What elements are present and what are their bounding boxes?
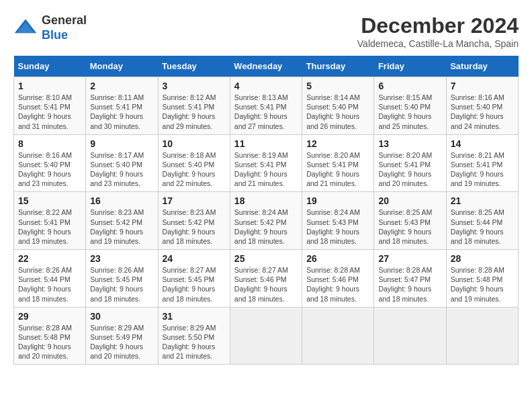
day-number: 20 — [378, 195, 441, 206]
day-number: 29 — [18, 311, 81, 322]
day-number: 21 — [451, 195, 514, 206]
cell-info: Sunrise: 8:26 AM Sunset: 5:45 PM Dayligh… — [90, 265, 153, 304]
calendar-cell: 11 Sunrise: 8:19 AM Sunset: 5:41 PM Dayl… — [230, 134, 302, 192]
day-number: 25 — [234, 253, 298, 264]
cell-info: Sunrise: 8:20 AM Sunset: 5:41 PM Dayligh… — [306, 150, 369, 189]
calendar-cell — [446, 307, 518, 365]
week-row-1: 1 Sunrise: 8:10 AM Sunset: 5:41 PM Dayli… — [14, 77, 519, 135]
cell-info: Sunrise: 8:29 AM Sunset: 5:49 PM Dayligh… — [90, 323, 153, 361]
day-number: 6 — [378, 81, 441, 91]
cell-info: Sunrise: 8:16 AM Sunset: 5:40 PM Dayligh… — [451, 93, 514, 131]
calendar-cell: 23 Sunrise: 8:26 AM Sunset: 5:45 PM Dayl… — [86, 250, 158, 308]
calendar-cell: 19 Sunrise: 8:24 AM Sunset: 5:43 PM Dayl… — [302, 192, 374, 250]
calendar-cell: 8 Sunrise: 8:16 AM Sunset: 5:40 PM Dayli… — [14, 134, 86, 192]
header-day-saturday: Saturday — [446, 56, 518, 77]
calendar-cell: 6 Sunrise: 8:15 AM Sunset: 5:40 PM Dayli… — [374, 77, 446, 135]
logo: General Blue — [13, 13, 87, 42]
day-number: 30 — [90, 311, 153, 322]
cell-info: Sunrise: 8:12 AM Sunset: 5:41 PM Dayligh… — [163, 93, 226, 131]
cell-info: Sunrise: 8:29 AM Sunset: 5:50 PM Dayligh… — [163, 323, 226, 361]
day-number: 9 — [90, 138, 153, 149]
day-number: 11 — [234, 138, 298, 149]
day-number: 28 — [451, 253, 514, 264]
calendar-cell: 12 Sunrise: 8:20 AM Sunset: 5:41 PM Dayl… — [302, 134, 374, 192]
day-number: 18 — [234, 195, 298, 206]
calendar-table: SundayMondayTuesdayWednesdayThursdayFrid… — [13, 56, 519, 365]
calendar-cell: 30 Sunrise: 8:29 AM Sunset: 5:49 PM Dayl… — [86, 307, 158, 365]
calendar-cell: 25 Sunrise: 8:27 AM Sunset: 5:46 PM Dayl… — [230, 250, 302, 308]
calendar-cell: 18 Sunrise: 8:24 AM Sunset: 5:42 PM Dayl… — [230, 192, 302, 250]
cell-info: Sunrise: 8:27 AM Sunset: 5:45 PM Dayligh… — [163, 265, 226, 304]
logo-text: General Blue — [42, 13, 87, 42]
calendar-cell — [302, 307, 374, 365]
calendar-cell: 1 Sunrise: 8:10 AM Sunset: 5:41 PM Dayli… — [14, 77, 86, 135]
cell-info: Sunrise: 8:15 AM Sunset: 5:40 PM Dayligh… — [378, 93, 441, 131]
header-day-tuesday: Tuesday — [158, 56, 230, 77]
calendar-cell — [230, 307, 302, 365]
week-row-5: 29 Sunrise: 8:28 AM Sunset: 5:48 PM Dayl… — [14, 307, 519, 365]
day-number: 31 — [163, 311, 226, 322]
cell-info: Sunrise: 8:10 AM Sunset: 5:41 PM Dayligh… — [18, 93, 81, 131]
calendar-cell: 13 Sunrise: 8:20 AM Sunset: 5:41 PM Dayl… — [374, 134, 446, 192]
cell-info: Sunrise: 8:18 AM Sunset: 5:40 PM Dayligh… — [163, 150, 226, 189]
cell-info: Sunrise: 8:16 AM Sunset: 5:40 PM Dayligh… — [18, 150, 81, 189]
calendar-cell: 24 Sunrise: 8:27 AM Sunset: 5:45 PM Dayl… — [158, 250, 230, 308]
cell-info: Sunrise: 8:25 AM Sunset: 5:43 PM Dayligh… — [378, 208, 441, 246]
header-day-thursday: Thursday — [302, 56, 374, 77]
cell-info: Sunrise: 8:23 AM Sunset: 5:42 PM Dayligh… — [90, 208, 153, 246]
cell-info: Sunrise: 8:14 AM Sunset: 5:40 PM Dayligh… — [306, 93, 369, 131]
day-number: 13 — [378, 138, 441, 149]
calendar-cell: 28 Sunrise: 8:28 AM Sunset: 5:48 PM Dayl… — [446, 250, 518, 308]
calendar-cell: 3 Sunrise: 8:12 AM Sunset: 5:41 PM Dayli… — [158, 77, 230, 135]
day-number: 19 — [306, 195, 369, 206]
calendar-cell — [374, 307, 446, 365]
header-day-wednesday: Wednesday — [230, 56, 302, 77]
cell-info: Sunrise: 8:11 AM Sunset: 5:41 PM Dayligh… — [90, 93, 153, 131]
day-number: 1 — [18, 81, 81, 91]
week-row-4: 22 Sunrise: 8:26 AM Sunset: 5:44 PM Dayl… — [14, 250, 519, 308]
day-number: 3 — [163, 81, 226, 91]
day-number: 10 — [163, 138, 226, 149]
day-number: 12 — [306, 138, 369, 149]
calendar-cell: 31 Sunrise: 8:29 AM Sunset: 5:50 PM Dayl… — [158, 307, 230, 365]
page-header: General Blue December 2024 Valdemeca, Ca… — [13, 13, 519, 49]
calendar-header-row: SundayMondayTuesdayWednesdayThursdayFrid… — [14, 56, 519, 77]
calendar-cell: 20 Sunrise: 8:25 AM Sunset: 5:43 PM Dayl… — [374, 192, 446, 250]
day-number: 15 — [18, 195, 81, 206]
day-number: 22 — [18, 253, 81, 264]
calendar-cell: 29 Sunrise: 8:28 AM Sunset: 5:48 PM Dayl… — [14, 307, 86, 365]
cell-info: Sunrise: 8:24 AM Sunset: 5:43 PM Dayligh… — [306, 208, 369, 246]
calendar-cell: 21 Sunrise: 8:25 AM Sunset: 5:44 PM Dayl… — [446, 192, 518, 250]
day-number: 14 — [451, 138, 514, 149]
day-number: 7 — [451, 81, 514, 91]
cell-info: Sunrise: 8:19 AM Sunset: 5:41 PM Dayligh… — [234, 150, 298, 189]
calendar-cell: 4 Sunrise: 8:13 AM Sunset: 5:41 PM Dayli… — [230, 77, 302, 135]
header-day-monday: Monday — [86, 56, 158, 77]
calendar-cell: 16 Sunrise: 8:23 AM Sunset: 5:42 PM Dayl… — [86, 192, 158, 250]
calendar-cell: 14 Sunrise: 8:21 AM Sunset: 5:41 PM Dayl… — [446, 134, 518, 192]
cell-info: Sunrise: 8:17 AM Sunset: 5:40 PM Dayligh… — [90, 150, 153, 189]
day-number: 16 — [90, 195, 153, 206]
logo-icon — [13, 16, 38, 40]
calendar-cell: 2 Sunrise: 8:11 AM Sunset: 5:41 PM Dayli… — [86, 77, 158, 135]
cell-info: Sunrise: 8:28 AM Sunset: 5:47 PM Dayligh… — [378, 265, 441, 304]
cell-info: Sunrise: 8:28 AM Sunset: 5:46 PM Dayligh… — [306, 265, 369, 304]
cell-info: Sunrise: 8:28 AM Sunset: 5:48 PM Dayligh… — [18, 323, 81, 361]
day-number: 26 — [306, 253, 369, 264]
calendar-cell: 22 Sunrise: 8:26 AM Sunset: 5:44 PM Dayl… — [14, 250, 86, 308]
day-number: 27 — [378, 253, 441, 264]
header-day-sunday: Sunday — [14, 56, 86, 77]
cell-info: Sunrise: 8:13 AM Sunset: 5:41 PM Dayligh… — [234, 93, 298, 131]
day-number: 17 — [163, 195, 226, 206]
calendar-cell: 5 Sunrise: 8:14 AM Sunset: 5:40 PM Dayli… — [302, 77, 374, 135]
day-number: 4 — [234, 81, 298, 91]
cell-info: Sunrise: 8:25 AM Sunset: 5:44 PM Dayligh… — [451, 208, 514, 246]
calendar-cell: 9 Sunrise: 8:17 AM Sunset: 5:40 PM Dayli… — [86, 134, 158, 192]
cell-info: Sunrise: 8:24 AM Sunset: 5:42 PM Dayligh… — [234, 208, 298, 246]
location-subtitle: Valdemeca, Castille-La Mancha, Spain — [357, 38, 519, 49]
cell-info: Sunrise: 8:20 AM Sunset: 5:41 PM Dayligh… — [378, 150, 441, 189]
cell-info: Sunrise: 8:28 AM Sunset: 5:48 PM Dayligh… — [451, 265, 514, 304]
calendar-cell: 10 Sunrise: 8:18 AM Sunset: 5:40 PM Dayl… — [158, 134, 230, 192]
title-section: December 2024 Valdemeca, Castille-La Man… — [357, 13, 519, 49]
cell-info: Sunrise: 8:21 AM Sunset: 5:41 PM Dayligh… — [451, 150, 514, 189]
